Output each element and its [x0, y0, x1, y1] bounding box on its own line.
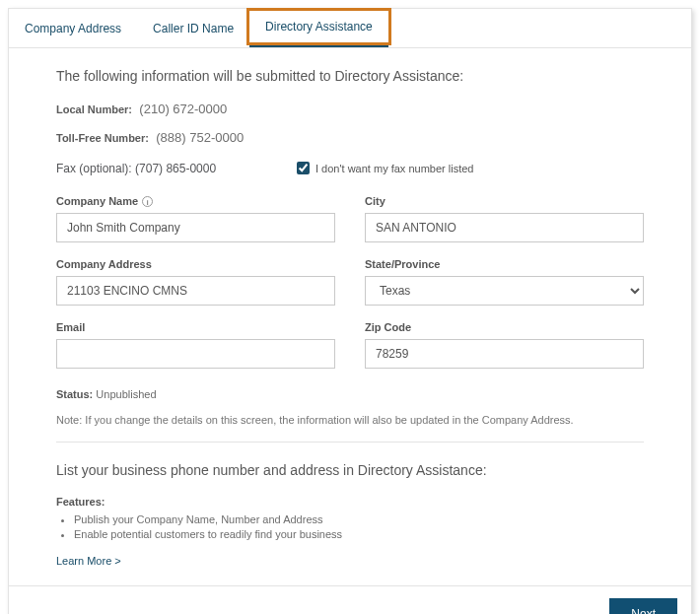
local-number-row: Local Number: (210) 672-0000 [56, 102, 644, 116]
info-icon[interactable]: i [142, 196, 153, 207]
fax-privacy-checkbox[interactable] [297, 162, 310, 174]
toll-free-value: (888) 752-0000 [156, 130, 244, 145]
email-label: Email [56, 321, 85, 333]
tab-bar: Company Address Caller ID Name Directory… [9, 9, 691, 48]
section2-heading: List your business phone number and addr… [56, 462, 644, 478]
content-area: The following information will be submit… [9, 48, 691, 585]
status-line: Status: Unpublished [56, 388, 644, 400]
learn-more-link[interactable]: Learn More > [56, 555, 121, 567]
features-label: Features: [56, 496, 644, 508]
fax-row: Fax (optional): (707) 865-0000 I don't w… [56, 159, 644, 177]
form-grid: Company Name i Company Address Email Cit… [56, 195, 644, 384]
next-button[interactable]: Next [609, 598, 677, 614]
form-col-left: Company Name i Company Address Email [56, 195, 335, 384]
company-name-input[interactable] [56, 213, 335, 242]
city-label: City [365, 195, 385, 207]
toll-free-label: Toll-Free Number: [56, 132, 149, 144]
tab-company-address[interactable]: Company Address [9, 9, 137, 47]
fax-value: (707) 865-0000 [135, 162, 216, 175]
state-label: State/Province [365, 258, 440, 270]
company-name-label: Company Name [56, 195, 138, 207]
email-input[interactable] [56, 339, 335, 369]
fax-label: Fax (optional): [56, 162, 132, 175]
state-select[interactable]: Texas [365, 276, 644, 306]
tab-caller-id-name[interactable]: Caller ID Name [137, 9, 249, 47]
directory-assistance-panel: Company Address Caller ID Name Directory… [8, 8, 692, 614]
divider [56, 442, 644, 443]
company-address-label: Company Address [56, 258, 152, 270]
fax-privacy-label: I don't want my fax number listed [315, 163, 473, 174]
status-value: Unpublished [96, 388, 156, 400]
features-list: Publish your Company Name, Number and Ad… [74, 513, 644, 540]
tab-directory-assistance-label: Directory Assistance [265, 20, 373, 34]
footer-bar: Next [9, 585, 691, 614]
local-number-label: Local Number: [56, 103, 132, 115]
zip-label: Zip Code [365, 321, 411, 333]
feature-item: Enable potential customers to readily fi… [74, 528, 644, 540]
feature-item: Publish your Company Name, Number and Ad… [74, 513, 644, 525]
local-number-value: (210) 672-0000 [139, 102, 227, 116]
company-address-input[interactable] [56, 276, 335, 306]
fax-privacy-checkbox-wrap[interactable]: I don't want my fax number listed [293, 159, 473, 177]
zip-input[interactable] [365, 339, 644, 369]
note-text: Note: If you change the details on this … [56, 414, 644, 426]
toll-free-row: Toll-Free Number: (888) 752-0000 [56, 130, 644, 145]
page-heading: The following information will be submit… [56, 68, 644, 84]
form-col-right: City State/Province Texas Zip Code [365, 195, 644, 384]
status-label: Status: [56, 388, 93, 400]
city-input[interactable] [365, 213, 644, 242]
tab-directory-assistance[interactable]: Directory Assistance [249, 9, 388, 47]
